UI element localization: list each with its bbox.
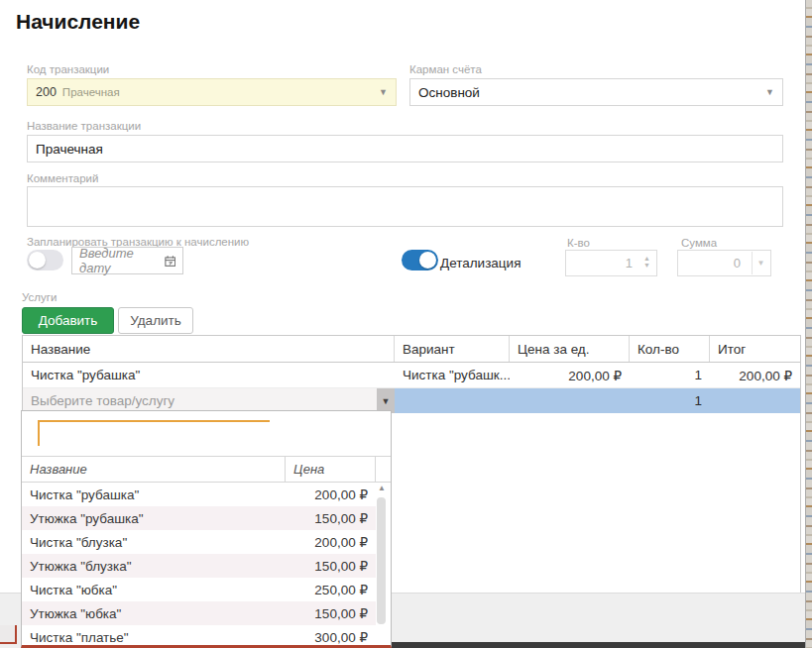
column-header: Название	[23, 336, 395, 362]
quantity-label: К-во	[567, 237, 590, 249]
scroll-up-icon[interactable]: ▲	[376, 484, 388, 493]
comment-label: Комментарий	[27, 172, 98, 184]
service-variant: Чистка "рубашк...	[395, 368, 510, 382]
scrollbar-thumb[interactable]	[377, 497, 386, 624]
service-select-placeholder: Выберите товар/услугу	[31, 393, 174, 408]
picker-item-price: 300,00 ₽	[286, 629, 376, 645]
picker-item-price: 150,00 ₽	[286, 510, 376, 526]
add-service-button[interactable]: Добавить	[22, 307, 114, 334]
chevron-down-icon: ▼	[379, 88, 388, 97]
transaction-name-input[interactable]	[27, 135, 783, 162]
service-total: 200,00 ₽	[710, 368, 800, 383]
page-title: Начисление	[16, 10, 140, 34]
spinner-arrows-icon[interactable]: ▲▼	[643, 255, 650, 269]
toggle-knob	[419, 252, 436, 269]
detail-toggle[interactable]	[402, 250, 438, 270]
transaction-code-name: Прачечная	[62, 86, 120, 98]
services-table-header: Название Вариант Цена за ед. Кол-во Итог	[23, 336, 800, 363]
picker-item-price: 200,00 ₽	[286, 534, 376, 550]
transaction-code-label: Код транзакции	[27, 63, 109, 75]
service-price: 200,00 ₽	[510, 368, 630, 383]
date-input[interactable]: Введите дату	[71, 247, 183, 274]
detail-label: Детализация	[440, 256, 521, 270]
table-row[interactable]: Чистка "рубашка" Чистка "рубашк... 200,0…	[23, 363, 800, 388]
picker-item-name: Чистка "платье"	[22, 630, 286, 645]
picker-item[interactable]: Утюжка "блузка" 150,00 ₽	[22, 554, 376, 578]
sum-value: 0	[734, 256, 741, 270]
comment-textarea[interactable]	[27, 186, 783, 227]
account-pocket-select[interactable]: Основной ▼	[409, 78, 783, 106]
picker-item-name: Утюжка "рубашка"	[22, 511, 286, 526]
picker-item[interactable]: Утюжка "рубашка" 150,00 ₽	[22, 506, 376, 530]
account-pocket-label: Карман счёта	[409, 63, 482, 75]
picker-item-name: Утюжка "юбка"	[22, 606, 286, 621]
column-header: Кол-во	[630, 336, 710, 362]
picker-item[interactable]: Чистка "блузка" 200,00 ₽	[22, 530, 376, 554]
picker-item-price: 150,00 ₽	[286, 605, 376, 621]
picker-item-name: Чистка "рубашка"	[22, 487, 286, 502]
picker-search-box	[38, 420, 270, 446]
services-label: Услуги	[22, 291, 57, 303]
background-element-sliver	[0, 625, 17, 644]
sum-field[interactable]: 0 ▼	[677, 250, 771, 276]
column-header: Вариант	[395, 336, 510, 362]
picker-item-price: 200,00 ₽	[286, 486, 376, 502]
column-header: Название	[22, 457, 286, 482]
background-page-sliver	[805, 0, 812, 648]
scrollbar[interactable]: ▲	[376, 484, 388, 642]
column-header: Цена	[286, 457, 376, 482]
picker-item[interactable]: Чистка "юбка" 250,00 ₽	[22, 578, 376, 601]
sum-label: Сумма	[681, 237, 717, 249]
date-placeholder: Введите дату	[79, 246, 159, 275]
schedule-toggle[interactable]	[27, 250, 63, 270]
calendar-icon	[165, 255, 176, 268]
service-name: Чистка "рубашка"	[23, 368, 395, 382]
chevron-down-icon: ▼	[765, 88, 774, 97]
picker-item[interactable]: Утюжка "юбка" 150,00 ₽	[22, 601, 376, 625]
column-header: Цена за ед.	[510, 336, 630, 362]
picker-item[interactable]: Чистка "платье" 300,00 ₽	[22, 625, 376, 648]
picker-item-name: Утюжка "блузка"	[22, 559, 286, 574]
picker-list: Чистка "рубашка" 200,00 ₽ Утюжка "рубашк…	[22, 483, 376, 648]
accrual-dialog: Начисление Код транзакции 200 Прачечная …	[0, 0, 812, 648]
picker-item-name: Чистка "блузка"	[22, 535, 286, 550]
service-qty: 1	[630, 393, 710, 408]
quantity-value: 1	[626, 256, 633, 270]
picker-item[interactable]: Чистка "рубашка" 200,00 ₽	[22, 483, 376, 506]
picker-item-name: Чистка "юбка"	[22, 583, 286, 597]
service-picker-dropdown: Название Цена Чистка "рубашка" 200,00 ₽ …	[21, 410, 392, 648]
picker-item-price: 150,00 ₽	[286, 558, 376, 574]
quantity-stepper[interactable]: 1 ▲▼	[565, 250, 657, 276]
transaction-code-select[interactable]: 200 Прачечная ▼	[27, 78, 397, 106]
chevron-down-icon: ▼	[752, 252, 769, 274]
transaction-name-label: Название транзакции	[27, 120, 141, 132]
toggle-knob	[29, 252, 46, 269]
window-bottom-edge	[389, 642, 812, 648]
account-pocket-value: Основной	[418, 85, 480, 100]
service-qty: 1	[630, 368, 710, 382]
column-header: Итог	[710, 336, 800, 362]
selected-row-highlight: 1	[395, 388, 800, 413]
transaction-code-value: 200	[36, 85, 57, 99]
picker-search-input[interactable]	[40, 422, 272, 446]
delete-service-button[interactable]: Удалить	[118, 307, 193, 334]
picker-header: Название Цена	[22, 456, 391, 483]
picker-item-price: 250,00 ₽	[286, 582, 376, 597]
